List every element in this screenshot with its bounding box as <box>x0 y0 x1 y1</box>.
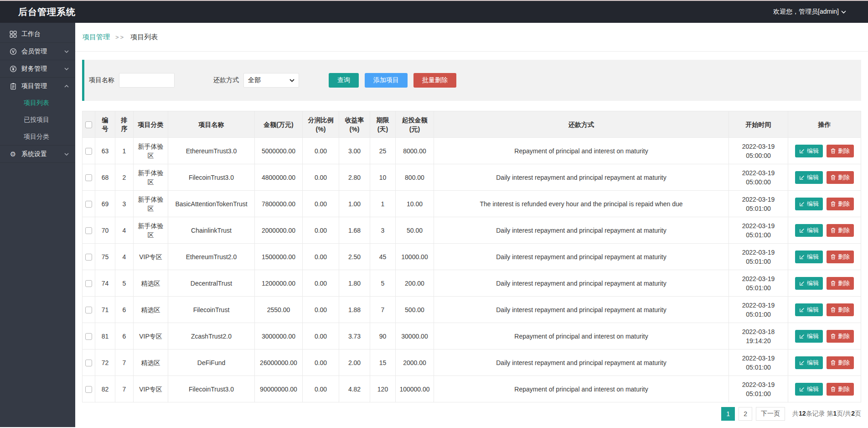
cell-amount: 2000000.00 <box>255 217 303 244</box>
row-checkbox[interactable] <box>85 174 92 181</box>
row-checkbox[interactable] <box>85 201 92 208</box>
header-min-invest: 起投金额(元) <box>396 111 434 138</box>
cell-term: 5 <box>370 270 396 297</box>
delete-button[interactable]: 删除 <box>827 224 854 237</box>
search-button[interactable]: 查询 <box>329 73 359 88</box>
edit-button[interactable]: 编辑 <box>795 356 823 369</box>
cell-term: 10 <box>370 164 396 191</box>
cell-amount: 7800000.00 <box>255 191 303 217</box>
edit-button[interactable]: 编辑 <box>795 277 823 290</box>
batch-delete-button[interactable]: 批量删除 <box>413 73 456 88</box>
sidebar-item-workbench[interactable]: 工作台 <box>0 26 75 42</box>
cell-sort: 7 <box>115 350 134 376</box>
cell-term: 7 <box>370 297 396 323</box>
cell-term: 3 <box>370 217 396 244</box>
row-checkbox[interactable] <box>85 360 92 366</box>
sidebar-item-projects[interactable]: 项目管理 <box>0 78 75 94</box>
breadcrumb-parent[interactable]: 项目管理 <box>83 33 110 42</box>
delete-button[interactable]: 删除 <box>827 303 854 316</box>
header-select-all <box>83 111 95 138</box>
cell-select <box>83 297 95 323</box>
cell-min-invest: 800.00 <box>396 164 434 191</box>
sidebar-item-label: 会员管理 <box>21 47 47 56</box>
row-checkbox[interactable] <box>85 148 92 155</box>
row-checkbox[interactable] <box>85 386 92 393</box>
delete-icon <box>831 386 836 392</box>
edit-button[interactable]: 编辑 <box>795 145 823 157</box>
cell-start-time: 2022-03-19 05:01:00 <box>729 191 788 217</box>
table-row: 75 4 VIP专区 EthereumTrust2.0 1500000.00 0… <box>83 244 861 270</box>
cell-share-ratio: 0.00 <box>303 191 339 217</box>
cell-sort: 7 <box>115 376 134 402</box>
next-page-button[interactable]: 下一页 <box>756 407 785 421</box>
chevron-up-icon <box>64 85 69 88</box>
edit-button[interactable]: 编辑 <box>795 251 823 263</box>
select-all-checkbox[interactable] <box>85 121 92 128</box>
cell-repay-method: The interest is refunded every hour and … <box>434 191 729 217</box>
page-button-2[interactable]: 2 <box>739 407 752 421</box>
edit-button[interactable]: 编辑 <box>795 383 823 396</box>
sidebar-section: 财务管理 <box>0 60 75 78</box>
cell-sort: 6 <box>115 323 134 350</box>
edit-icon <box>799 228 805 233</box>
delete-button[interactable]: 删除 <box>827 330 854 343</box>
row-checkbox[interactable] <box>85 280 92 287</box>
user-menu[interactable]: 欢迎您，管理员[admin] <box>773 8 846 16</box>
edit-button[interactable]: 编辑 <box>795 224 823 237</box>
row-checkbox[interactable] <box>85 307 92 313</box>
sidebar-item-finance[interactable]: 财务管理 <box>0 60 75 77</box>
delete-icon <box>831 175 836 180</box>
edit-button[interactable]: 编辑 <box>795 171 823 184</box>
summary-part: 页/共 <box>837 410 851 417</box>
project-name-input[interactable] <box>119 73 175 88</box>
sidebar-subitem-project-categories[interactable]: 项目分类 <box>0 128 75 145</box>
cell-share-ratio: 0.00 <box>303 164 339 191</box>
cell-actions: 编辑 删除 <box>788 297 861 323</box>
cell-id: 74 <box>95 270 115 297</box>
cell-amount: 4800000.00 <box>255 164 303 191</box>
delete-button[interactable]: 删除 <box>827 171 854 184</box>
delete-button[interactable]: 删除 <box>827 145 854 157</box>
repay-method-select[interactable]: 全部 <box>243 73 299 88</box>
page-button-1[interactable]: 1 <box>721 407 735 421</box>
cell-term: 15 <box>370 350 396 376</box>
delete-button[interactable]: 删除 <box>827 198 854 210</box>
cell-amount: 90000000.00 <box>255 376 303 402</box>
row-checkbox[interactable] <box>85 333 92 340</box>
cell-min-invest: 500.00 <box>396 297 434 323</box>
row-checkbox[interactable] <box>85 254 92 261</box>
pagination: 1 2 下一页 共12条记录 第1页/共2页 <box>82 407 861 421</box>
edit-button[interactable]: 编辑 <box>795 303 823 316</box>
cell-start-time: 2022-03-19 05:01:00 <box>729 350 788 376</box>
sidebar-subitem-project-list[interactable]: 项目列表 <box>0 94 75 111</box>
cell-sort: 4 <box>115 217 134 244</box>
finance-icon <box>9 65 17 73</box>
edit-button[interactable]: 编辑 <box>795 330 823 343</box>
add-project-button[interactable]: 添加项目 <box>365 73 408 88</box>
cell-repay-method: Repayment of principal and interest on m… <box>434 323 729 350</box>
row-checkbox[interactable] <box>85 227 92 234</box>
table-row: 63 1 新手体验区 EthereumTrust3.0 5000000.00 0… <box>83 138 861 164</box>
cell-min-invest: 8000.00 <box>396 138 434 164</box>
sidebar-item-members[interactable]: 会员管理 <box>0 43 75 60</box>
delete-button[interactable]: 删除 <box>827 356 854 369</box>
sidebar-subitem-invested-projects[interactable]: 已投项目 <box>0 111 75 128</box>
cell-yield: 1.68 <box>339 217 370 244</box>
delete-button[interactable]: 删除 <box>827 251 854 263</box>
edit-button[interactable]: 编辑 <box>795 198 823 210</box>
delete-button[interactable]: 删除 <box>827 277 854 290</box>
edit-icon <box>799 307 805 313</box>
summary-part: 页 <box>855 410 861 417</box>
cell-share-ratio: 0.00 <box>303 244 339 270</box>
sidebar-item-settings[interactable]: ⚙ 系统设置 <box>0 146 75 162</box>
cell-amount: 3000000.00 <box>255 323 303 350</box>
cell-sort: 2 <box>115 164 134 191</box>
header-amount: 金额(万元) <box>255 111 303 138</box>
cell-select <box>83 217 95 244</box>
pagination-summary: 共12条记录 第1页/共2页 <box>792 410 861 418</box>
delete-button[interactable]: 删除 <box>827 383 854 396</box>
cell-name: FilecoinTrust3.0 <box>168 164 255 191</box>
cell-repay-method: Daily interest repayment and principal r… <box>434 350 729 376</box>
cell-select <box>83 270 95 297</box>
summary-part: 共 <box>792 410 799 417</box>
